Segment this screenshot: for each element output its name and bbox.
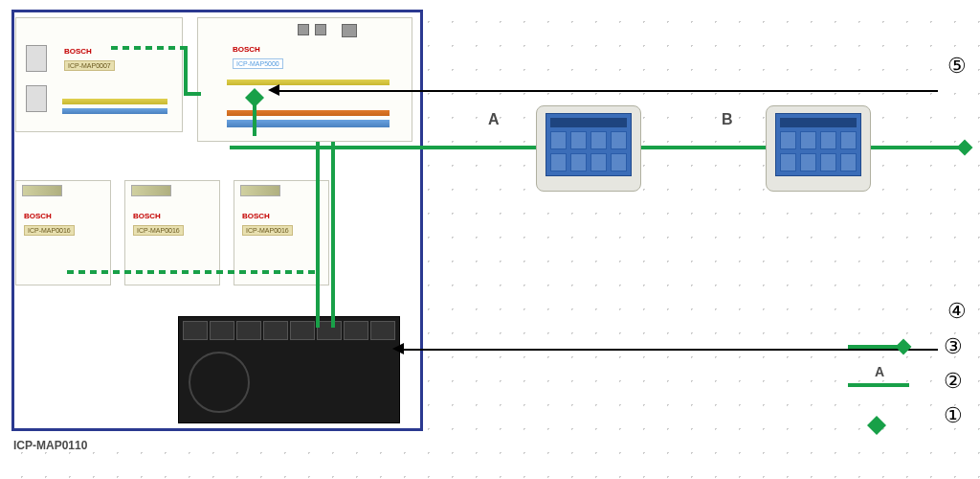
terminal-strip-icon	[62, 108, 167, 114]
serial-connector-icon	[26, 85, 47, 112]
external-bus-line	[871, 146, 963, 149]
module-id-label: ICP-MAP0016	[133, 225, 184, 236]
legend-symbol-bus-continuation	[848, 337, 915, 356]
arrowhead-icon	[268, 84, 279, 96]
segment-label-b: B	[722, 111, 733, 128]
segment-label-a: A	[488, 111, 500, 128]
module-id-label: ICP-MAP0016	[24, 225, 75, 236]
power-supply-unit	[178, 316, 400, 423]
terminal-strip-icon	[227, 110, 390, 116]
legend-number-2: ②	[944, 369, 963, 394]
callout-arrow-5	[278, 90, 938, 92]
legend-symbol-termination	[848, 406, 915, 425]
internal-bus-line	[67, 270, 316, 274]
control-center	[536, 105, 641, 192]
callout-number-5: ⑤	[947, 54, 967, 79]
internal-bus-line	[184, 92, 201, 96]
legend-symbol-segment: A	[848, 372, 915, 391]
legend-row-3: ③	[848, 330, 963, 364]
led-panel-icon	[240, 185, 280, 196]
external-bus-line-a	[230, 146, 536, 149]
legend-row-1: ①	[848, 399, 963, 433]
legend-number-1: ①	[944, 403, 963, 428]
callout-number-4: ④	[947, 299, 967, 324]
module-id-label: ICP-MAP5000	[233, 58, 283, 69]
control-center	[766, 105, 871, 192]
module-icp-map0007: BOSCH ICP-MAP0007	[15, 17, 183, 132]
terminal-strip-icon	[227, 80, 390, 85]
psu-terminal-row-icon	[183, 321, 395, 340]
internal-bus-line	[111, 46, 184, 50]
serial-connector-icon	[26, 45, 47, 72]
power-line	[316, 270, 320, 328]
ethernet-port-icon	[342, 24, 357, 37]
enclosure-label: ICP-MAP0110	[13, 439, 87, 452]
external-bus-line-b	[641, 146, 766, 149]
arrowhead-icon	[392, 343, 404, 354]
control-center-screen-icon	[546, 113, 632, 176]
brand-label: BOSCH	[133, 212, 161, 220]
led-panel-icon	[22, 185, 62, 196]
module-icp-map5000: BOSCH ICP-MAP5000	[197, 17, 412, 142]
data-bus-line	[253, 98, 256, 136]
internal-bus-line	[184, 46, 188, 94]
brand-label: BOSCH	[24, 212, 52, 220]
usb-port-icon	[315, 24, 326, 35]
legend-row-2: A ②	[848, 364, 963, 399]
legend: ③ A ② ①	[848, 330, 963, 433]
usb-port-icon	[298, 24, 309, 35]
power-line	[331, 142, 335, 328]
led-panel-icon	[131, 185, 171, 196]
control-center-screen-icon	[775, 113, 861, 176]
internal-bus-line	[316, 142, 320, 274]
terminal-strip-icon	[62, 99, 167, 104]
module-id-label: ICP-MAP0007	[64, 60, 115, 71]
legend-a-label: A	[875, 364, 884, 379]
module-id-label: ICP-MAP0016	[242, 225, 293, 236]
brand-label: BOSCH	[233, 45, 260, 54]
brand-label: BOSCH	[64, 47, 92, 56]
legend-number-3: ③	[944, 334, 963, 359]
fan-icon	[189, 352, 250, 413]
terminal-strip-icon	[227, 120, 390, 127]
brand-label: BOSCH	[242, 212, 270, 220]
